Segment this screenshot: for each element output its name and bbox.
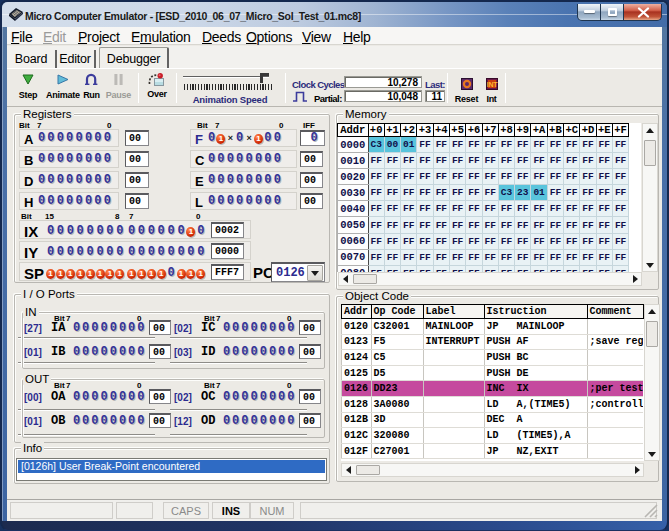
svg-text:INT: INT [486, 81, 497, 88]
